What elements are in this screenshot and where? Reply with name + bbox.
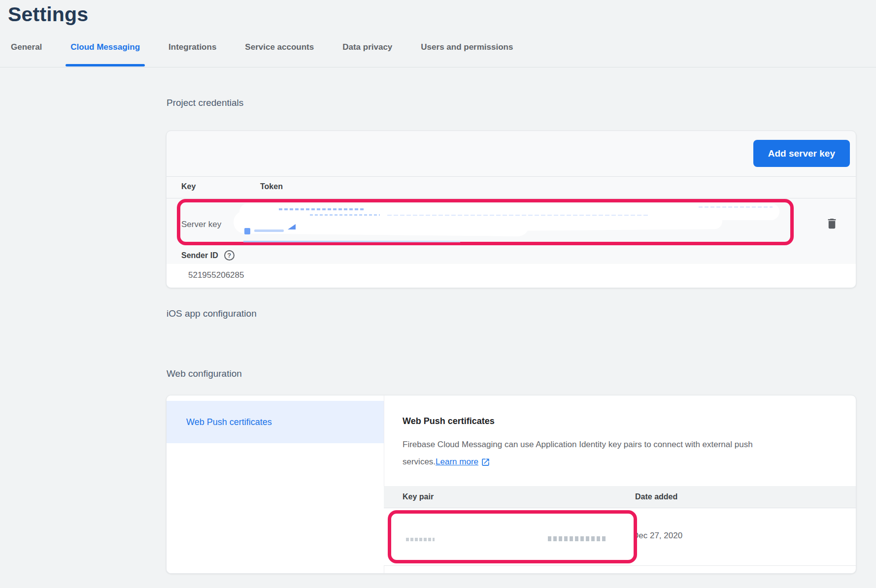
panel-heading: Web Push certificates (403, 416, 495, 426)
web-configuration-heading: Web configuration (167, 368, 242, 379)
panel-description-line2-prefix: services. (403, 457, 436, 467)
column-header-key-pair: Key pair (403, 492, 434, 501)
tab-users-permissions[interactable]: Users and permissions (420, 42, 514, 66)
tab-general[interactable]: General (10, 42, 43, 66)
tab-cloud-messaging[interactable]: Cloud Messaging (69, 42, 141, 66)
tab-data-privacy[interactable]: Data privacy (341, 42, 393, 66)
sender-id-value-row: 521955206285 (167, 264, 856, 288)
active-tab-underline (66, 64, 145, 66)
tab-integrations[interactable]: Integrations (168, 42, 217, 66)
sender-id-value: 521955206285 (188, 270, 244, 280)
divider (167, 176, 856, 177)
delete-server-key-button[interactable] (824, 216, 839, 232)
trash-icon (825, 225, 839, 232)
learn-more-link[interactable]: Learn more (436, 457, 478, 467)
open-in-new-icon[interactable] (481, 457, 490, 467)
project-credentials-heading: Project credentials (167, 98, 243, 108)
token-text-remnant (254, 229, 284, 232)
add-server-key-button[interactable]: Add server key (753, 140, 850, 167)
certificates-table-header: Key pair Date added (384, 486, 856, 508)
sender-id-row: Sender ID ? (181, 250, 235, 261)
web-configuration-card: Web Push certificates Web Push certifica… (166, 395, 856, 574)
column-header-key: Key (181, 182, 196, 191)
help-icon[interactable]: ? (224, 250, 235, 261)
key-pair-text-remnant (406, 538, 435, 541)
panel-description-line2: services. Learn more (403, 457, 490, 467)
certificate-table-row: Dec 27, 2020 (384, 508, 856, 566)
date-added-value: Dec 27, 2020 (633, 531, 682, 541)
panel-description-line1: Firebase Cloud Messaging can use Applica… (403, 440, 753, 450)
column-header-date-added: Date added (635, 492, 677, 501)
key-pair-text-remnant (548, 536, 606, 541)
web-push-certificates-panel: Web Push certificates Firebase Cloud Mes… (384, 395, 856, 573)
tab-service-accounts[interactable]: Service accounts (244, 42, 315, 66)
web-config-sidebar: Web Push certificates (167, 395, 384, 573)
token-text-remnant (387, 215, 648, 216)
token-text-remnant (699, 206, 773, 208)
token-text-remnant (279, 208, 365, 210)
tabbar-divider (0, 67, 876, 67)
settings-page: Settings General Cloud Messaging Integra… (0, 0, 876, 588)
ios-app-configuration-heading: iOS app configuration (167, 308, 257, 319)
redacted-server-key-token (177, 199, 794, 245)
token-text-remnant (243, 241, 460, 242)
tab-bar: General Cloud Messaging Integrations Ser… (10, 42, 514, 66)
project-credentials-card: Add server key Key Token Server key (166, 131, 856, 288)
sidebar-item-web-push-certificates[interactable]: Web Push certificates (167, 401, 384, 443)
divider (167, 198, 856, 198)
sender-id-label: Sender ID (181, 251, 218, 260)
tab-cloud-messaging-label: Cloud Messaging (70, 42, 140, 52)
redacted-key-pair (388, 510, 637, 563)
column-header-token: Token (260, 182, 283, 191)
token-text-remnant (244, 228, 250, 234)
token-text-remnant (310, 214, 380, 216)
page-title: Settings (8, 3, 88, 26)
